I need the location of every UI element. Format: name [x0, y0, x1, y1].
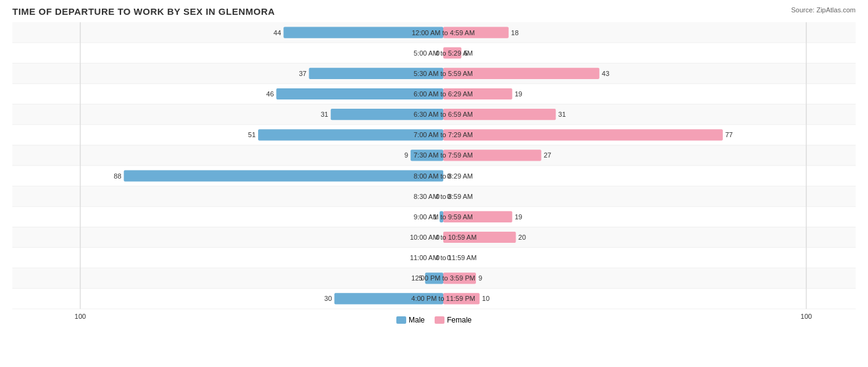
svg-text:100: 100 [801, 313, 812, 320]
legend-male-box [396, 316, 406, 324]
svg-text:0: 0 [447, 193, 451, 200]
legend-male: Male [396, 316, 425, 324]
svg-text:5: 5 [419, 274, 422, 282]
svg-rect-47 [443, 129, 723, 140]
svg-text:9: 9 [404, 151, 408, 159]
chart-area: 12:00 AM to 4:59 AM44185:00 AM to 5:29 A… [12, 19, 856, 324]
svg-text:6:30 AM to 6:59 AM: 6:30 AM to 6:59 AM [414, 111, 473, 118]
chart-container: TIME OF DEPARTURE TO WORK BY SEX IN GLEN… [0, 0, 868, 367]
svg-text:5: 5 [464, 49, 467, 57]
svg-text:0: 0 [436, 254, 440, 261]
svg-text:9:00 AM to 9:59 AM: 9:00 AM to 9:59 AM [414, 213, 473, 221]
svg-text:10:00 AM to 10:59 AM: 10:00 AM to 10:59 AM [410, 234, 477, 241]
svg-text:27: 27 [544, 151, 551, 159]
chart-svg: 12:00 AM to 4:59 AM44185:00 AM to 5:29 A… [12, 19, 856, 324]
svg-text:12:00 AM to 4:59 AM: 12:00 AM to 4:59 AM [412, 29, 475, 36]
svg-text:8:30 AM to 8:59 AM: 8:30 AM to 8:59 AM [414, 193, 473, 200]
svg-text:100: 100 [75, 313, 86, 320]
svg-text:0: 0 [436, 193, 440, 200]
svg-text:18: 18 [511, 29, 519, 36]
chart-legend: Male Female [396, 316, 472, 324]
svg-text:51: 51 [248, 131, 256, 138]
svg-text:10: 10 [482, 295, 490, 302]
svg-text:30: 30 [324, 295, 332, 302]
svg-text:88: 88 [114, 172, 121, 180]
svg-text:43: 43 [602, 70, 609, 77]
svg-text:5:30 AM to 5:59 AM: 5:30 AM to 5:59 AM [414, 70, 473, 77]
svg-text:7:00 AM to 7:29 AM: 7:00 AM to 7:29 AM [414, 131, 473, 138]
svg-text:37: 37 [299, 70, 306, 77]
svg-text:20: 20 [519, 234, 526, 241]
svg-text:0: 0 [447, 254, 451, 261]
svg-text:31: 31 [320, 111, 328, 118]
svg-text:4:00 PM to 11:59 PM: 4:00 PM to 11:59 PM [411, 295, 475, 302]
svg-text:9: 9 [478, 274, 482, 282]
svg-text:31: 31 [558, 111, 565, 118]
svg-text:7:30 AM to 7:59 AM: 7:30 AM to 7:59 AM [414, 151, 473, 159]
svg-text:8:00 AM to 8:29 AM: 8:00 AM to 8:29 AM [414, 172, 473, 180]
legend-female: Female [435, 316, 472, 324]
svg-text:0: 0 [436, 49, 440, 57]
svg-text:77: 77 [725, 131, 733, 138]
svg-text:0: 0 [447, 172, 451, 180]
svg-text:44: 44 [273, 29, 281, 36]
chart-title: TIME OF DEPARTURE TO WORK BY SEX IN GLEN… [12, 6, 856, 17]
svg-text:6:00 AM to 6:29 AM: 6:00 AM to 6:29 AM [414, 90, 473, 98]
svg-text:11:00 AM to 11:59 AM: 11:00 AM to 11:59 AM [410, 254, 477, 261]
svg-rect-58 [124, 170, 443, 181]
svg-text:19: 19 [515, 90, 522, 98]
svg-text:19: 19 [515, 213, 522, 221]
legend-male-label: Male [409, 316, 425, 324]
legend-female-label: Female [447, 316, 472, 324]
source-label: Source: ZipAtlas.com [791, 6, 856, 14]
svg-text:46: 46 [266, 90, 273, 98]
legend-female-box [435, 316, 444, 324]
svg-text:1: 1 [433, 213, 437, 221]
svg-text:0: 0 [436, 234, 440, 241]
